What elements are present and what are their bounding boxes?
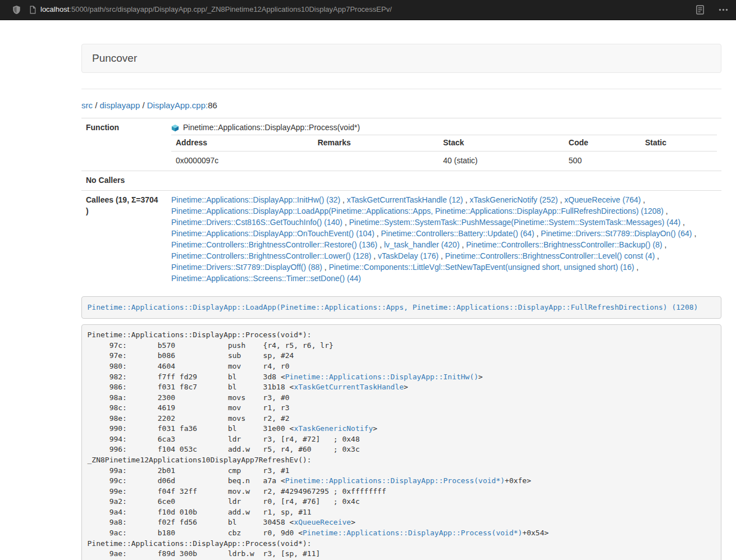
breadcrumb: src / displayapp / DisplayApp.cpp:86 bbox=[81, 99, 721, 111]
disassembly-listing: Pinetime::Applications::DisplayApp::Proc… bbox=[81, 324, 721, 560]
column-header-remarks: Remarks bbox=[313, 135, 439, 152]
callee-link[interactable]: Pinetime::Components::LittleVgl::SetNewT… bbox=[329, 263, 634, 272]
reader-view-icon[interactable] bbox=[696, 5, 704, 15]
callee-link[interactable]: lv_task_handler (420) bbox=[384, 240, 460, 249]
static-value bbox=[641, 152, 717, 171]
code-size-value: 500 bbox=[564, 152, 641, 171]
column-header-address: Address bbox=[171, 135, 313, 152]
code-symbol-link[interactable]: Pinetime::Applications::DisplayApp::Init… bbox=[285, 373, 478, 381]
callee-link[interactable]: Pinetime::System::SystemTask::PushMessag… bbox=[349, 218, 681, 227]
brand-link[interactable]: Puncover bbox=[82, 51, 137, 66]
callee-link[interactable]: Pinetime::Applications::DisplayApp::OnTo… bbox=[171, 229, 374, 238]
breadcrumb-link-file[interactable]: DisplayApp.cpp: bbox=[147, 100, 208, 110]
function-name: Pinetime::Applications::DisplayApp::Proc… bbox=[183, 122, 360, 134]
callee-link[interactable]: xQueueReceive (764) bbox=[564, 195, 641, 204]
callee-link[interactable]: Pinetime::Drivers::Cst816S::GetTouchInfo… bbox=[171, 218, 342, 227]
callee-link[interactable]: Pinetime::Controllers::Battery::Update()… bbox=[381, 229, 534, 238]
no-callers-value bbox=[167, 171, 721, 191]
address-bar[interactable]: localhost:5000/path/src/displayapp/Displ… bbox=[40, 4, 696, 15]
breadcrumb-line-number: 86 bbox=[208, 100, 217, 110]
callee-link[interactable]: vTaskDelay (176) bbox=[378, 251, 438, 260]
no-callers-row: No Callers bbox=[81, 171, 721, 191]
callee-link[interactable]: xTaskGenericNotify (252) bbox=[469, 195, 557, 204]
code-symbol-link[interactable]: xTaskGenericNotify bbox=[294, 424, 373, 433]
selected-callee-box: Pinetime::Applications::DisplayApp::Load… bbox=[81, 296, 721, 319]
code-symbol-link[interactable]: xQueueReceive bbox=[294, 518, 351, 526]
menu-dots-icon[interactable] bbox=[719, 8, 728, 11]
column-header-stack: Stack bbox=[438, 135, 564, 152]
callee-link[interactable]: Pinetime::Drivers::St7789::DisplayOff() … bbox=[171, 263, 322, 272]
symbol-table: Function Pinetime::Applications::Display… bbox=[81, 118, 721, 288]
function-icon bbox=[171, 124, 179, 132]
page-container: Puncover src / displayapp / DisplayApp.c… bbox=[81, 44, 721, 560]
url-host: localhost bbox=[40, 5, 69, 13]
breadcrumb-separator: / bbox=[140, 100, 147, 110]
callee-link[interactable]: Pinetime::Drivers::St7789::DisplayOn() (… bbox=[541, 229, 692, 238]
navbar: Puncover bbox=[81, 44, 721, 73]
stack-value: 40 (static) bbox=[438, 152, 564, 171]
breadcrumb-separator: / bbox=[93, 100, 100, 110]
divider bbox=[81, 89, 721, 89]
callee-link[interactable]: Pinetime::Controllers::BrightnessControl… bbox=[466, 240, 662, 249]
address-value: 0x0000097c bbox=[171, 152, 313, 171]
callee-link[interactable]: Pinetime::Controllers::BrightnessControl… bbox=[445, 251, 655, 260]
callees-list: Pinetime::Applications::DisplayApp::Init… bbox=[167, 191, 721, 288]
callee-link[interactable]: Pinetime::Applications::DisplayApp::Init… bbox=[171, 195, 340, 204]
remarks-value bbox=[313, 152, 439, 171]
page-icon bbox=[29, 6, 36, 14]
callee-link[interactable]: Pinetime::Applications::DisplayApp::Load… bbox=[171, 206, 664, 215]
callee-link[interactable]: Pinetime::Controllers::BrightnessControl… bbox=[171, 251, 371, 260]
no-callers-label: No Callers bbox=[81, 171, 167, 191]
code-symbol-link[interactable]: Pinetime::Applications::DisplayApp::Proc… bbox=[285, 476, 505, 485]
callees-label: Callees (19, Σ=3704 ) bbox=[81, 191, 167, 288]
callee-link[interactable]: Pinetime::Applications::Screens::Timer::… bbox=[171, 274, 361, 283]
symbol-detail-table: Address Remarks Stack Code Static 0x0000… bbox=[171, 135, 717, 171]
column-header-static: Static bbox=[641, 135, 717, 152]
detail-header-row: Address Remarks Stack Code Static bbox=[171, 135, 717, 152]
callee-link[interactable]: Pinetime::Controllers::BrightnessControl… bbox=[171, 240, 377, 249]
breadcrumb-link-src[interactable]: src bbox=[81, 100, 93, 110]
column-header-code: Code bbox=[564, 135, 641, 152]
shield-icon[interactable] bbox=[12, 5, 21, 15]
url-path: :5000/path/src/displayapp/DisplayApp.cpp… bbox=[69, 5, 392, 13]
code-symbol-link[interactable]: Pinetime::Applications::DisplayApp::Proc… bbox=[303, 529, 522, 537]
function-row-label: Function bbox=[81, 118, 167, 171]
detail-value-row: 0x0000097c 40 (static) 500 bbox=[171, 152, 717, 171]
callee-link[interactable]: xTaskGetCurrentTaskHandle (12) bbox=[347, 195, 463, 204]
function-row: Function Pinetime::Applications::Display… bbox=[81, 118, 721, 171]
breadcrumb-link-displayapp[interactable]: displayapp bbox=[100, 100, 140, 110]
callees-row: Callees (19, Σ=3704 ) Pinetime::Applicat… bbox=[81, 191, 721, 288]
code-symbol-link[interactable]: xTaskGetCurrentTaskHandle bbox=[294, 383, 404, 391]
browser-chrome: localhost:5000/path/src/displayapp/Displ… bbox=[0, 0, 736, 20]
selected-callee-link[interactable]: Pinetime::Applications::DisplayApp::Load… bbox=[88, 303, 698, 311]
